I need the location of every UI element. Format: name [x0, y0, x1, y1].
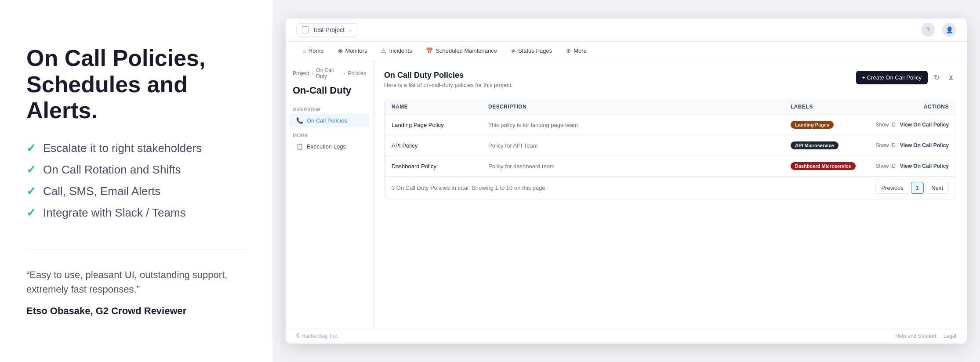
create-on-call-policy-button[interactable]: + Create On Call Policy: [856, 71, 928, 84]
policy-actions: Show ID View On Call Policy: [878, 163, 949, 169]
nav-item-monitors[interactable]: ◉Monitors: [332, 43, 374, 58]
col-header-description: Description: [488, 104, 791, 110]
feature-item: ✓Escalate it to right stakeholders: [26, 141, 246, 155]
policies-header-text: On Call Duty Policies Here is a list of …: [384, 71, 513, 88]
project-selector[interactable]: Test Project ⌄: [296, 23, 358, 36]
left-panel: On Call Policies, Schedules and Alerts. …: [0, 0, 272, 362]
nav-icon: ◈: [511, 47, 515, 54]
pagination-summary: 3 On Call Duty Policies in total. Showin…: [392, 185, 547, 191]
policy-labels: Dashboard Microservice: [791, 162, 878, 170]
nav-icon: ⚠: [381, 47, 386, 54]
policy-actions: Show ID View On Call Policy: [878, 142, 949, 148]
reviewer: Etso Obasake, G2 Crowd Reviewer: [26, 305, 246, 317]
user-avatar[interactable]: 👤: [942, 23, 956, 37]
nav-icon: ⊕: [566, 47, 571, 54]
breadcrumb-item: Project: [293, 70, 309, 76]
sidebar-item-execution-logs[interactable]: 📋Execution Logs: [289, 140, 370, 153]
sidebar-section-more: More: [286, 127, 373, 140]
refresh-icon[interactable]: ↻: [931, 71, 942, 84]
top-bar: Test Project ⌄ ? 👤: [286, 18, 967, 42]
main-content: On Call Duty Policies Here is a list of …: [374, 60, 967, 328]
nav-item-status-pages[interactable]: ◈Status Pages: [505, 43, 558, 58]
chevron-down-icon: ⌄: [348, 27, 352, 33]
sidebar-item-icon: 📞: [296, 117, 303, 124]
view-on-call-policy-button[interactable]: View On Call Policy: [900, 163, 949, 169]
label-badge: Dashboard Microservice: [791, 162, 856, 170]
policies-title: On Call Duty Policies: [384, 71, 513, 80]
sidebar-item-icon: 📋: [296, 143, 303, 150]
policies-subtitle: Here is a list of on-call-duty policies …: [384, 82, 513, 88]
headline: On Call Policies, Schedules and Alerts.: [26, 45, 246, 124]
previous-button[interactable]: Previous: [875, 182, 909, 194]
label-badge: API Microservice: [791, 141, 838, 149]
divider: [26, 250, 246, 250]
view-on-call-policy-button[interactable]: View On Call Policy: [900, 122, 949, 128]
table-header: Name Description Labels Actions: [385, 99, 956, 115]
policy-name: Landing Page Policy: [392, 122, 488, 128]
col-header-name: Name: [392, 104, 488, 110]
sidebar-section-overview: Overview: [286, 103, 373, 114]
sidebar-item-label: Execution Logs: [307, 143, 346, 150]
breadcrumb-item: On Call Duty: [316, 67, 341, 80]
app-footer: © HackerBay, Inc. Help and SupportLegal: [286, 328, 967, 344]
policy-actions: Show ID View On Call Policy: [878, 122, 949, 128]
check-icon: ✓: [26, 185, 36, 198]
nav-item-scheduled-maintenance[interactable]: 📅Scheduled Maintenance: [420, 43, 503, 58]
footer-link-legal[interactable]: Legal: [944, 333, 956, 339]
policy-name: API Policy: [392, 142, 488, 149]
page-number[interactable]: 1: [911, 182, 924, 194]
table-row: API Policy Policy for API Team API Micro…: [385, 135, 956, 156]
breadcrumb: Project›On Call Duty›Policies: [286, 67, 373, 85]
quote: “Easy to use, pleasant UI, outstanding s…: [26, 268, 246, 297]
policy-description: This policy is for lanidng page team: [488, 122, 791, 128]
nav-icon: ◉: [338, 47, 343, 54]
breadcrumb-item: Policies: [348, 70, 366, 76]
view-on-call-policy-button[interactable]: View On Call Policy: [900, 142, 949, 148]
feature-item: ✓On Call Rotation and Shifts: [26, 163, 246, 177]
policies-header: On Call Duty Policies Here is a list of …: [384, 71, 956, 88]
nav-icon: ⌂: [302, 47, 306, 54]
col-header-actions: Actions: [878, 104, 949, 110]
show-id-link[interactable]: Show ID: [875, 142, 895, 148]
policy-description: Policy for dashboard team: [488, 163, 791, 170]
policy-labels: Landing Pages: [791, 121, 878, 129]
help-icon[interactable]: ?: [921, 23, 935, 37]
table-body: Landing Page Policy This policy is for l…: [385, 115, 956, 176]
nav-icon: 📅: [426, 47, 433, 54]
col-header-labels: Labels: [791, 104, 878, 110]
check-icon: ✓: [26, 206, 36, 220]
sidebar: Project›On Call Duty›Policies On-Call Du…: [286, 60, 374, 328]
show-id-link[interactable]: Show ID: [875, 122, 895, 128]
feature-list: ✓Escalate it to right stakeholders✓On Ca…: [26, 141, 246, 228]
nav-bar: ⌂Home◉Monitors⚠Incidents📅Scheduled Maint…: [286, 42, 967, 60]
nav-item-more[interactable]: ⊕More: [560, 43, 593, 58]
right-panel: Test Project ⌄ ? 👤 ⌂Home◉Monitors⚠Incide…: [272, 0, 980, 362]
content-area: Project›On Call Duty›Policies On-Call Du…: [286, 60, 967, 328]
breadcrumb-separator: ›: [344, 70, 345, 76]
pagination-controls: Previous 1 Next: [875, 182, 949, 194]
policy-labels: API Microservice: [791, 141, 878, 149]
pagination-row: 3 On Call Duty Policies in total. Showin…: [385, 176, 956, 199]
sidebar-item-label: On Call Policies: [307, 117, 347, 124]
check-icon: ✓: [26, 141, 36, 155]
sidebar-item-on-call-policies[interactable]: 📞On Call Policies: [289, 114, 370, 127]
footer-copyright: © HackerBay, Inc.: [296, 333, 338, 339]
filter-icon[interactable]: ⊻: [946, 71, 956, 84]
nav-item-incidents[interactable]: ⚠Incidents: [375, 43, 418, 58]
feature-item: ✓Integrate with Slack / Teams: [26, 206, 246, 220]
table-row: Landing Page Policy This policy is for l…: [385, 115, 956, 135]
header-actions: + Create On Call Policy ↻ ⊻: [856, 71, 956, 84]
policies-table: Name Description Labels Actions Landing …: [384, 99, 956, 199]
project-name: Test Project: [312, 26, 345, 33]
show-id-link[interactable]: Show ID: [875, 163, 895, 169]
project-icon: [302, 26, 309, 33]
app-window: Test Project ⌄ ? 👤 ⌂Home◉Monitors⚠Incide…: [286, 18, 967, 344]
nav-item-home[interactable]: ⌂Home: [296, 43, 330, 58]
feature-item: ✓Call, SMS, Email Alerts: [26, 185, 246, 198]
top-bar-right: ? 👤: [921, 23, 956, 37]
next-button[interactable]: Next: [926, 182, 949, 194]
check-icon: ✓: [26, 163, 36, 177]
footer-link-help-and-support[interactable]: Help and Support: [895, 333, 936, 339]
table-row: Dashboard Policy Policy for dashboard te…: [385, 156, 956, 176]
footer-links: Help and SupportLegal: [895, 333, 956, 339]
